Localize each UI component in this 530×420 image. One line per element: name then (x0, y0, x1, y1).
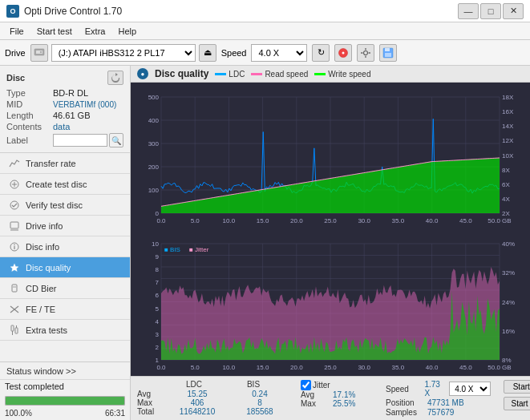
sidebar-item-transfer-rate[interactable]: Transfer rate (0, 153, 130, 174)
disc-header: Disc (6, 71, 123, 85)
legend-read-label: Read speed (265, 70, 308, 79)
legend-read-speed: Read speed (251, 70, 308, 79)
start-buttons: Start full Start part (504, 380, 530, 410)
sidebar-item-fe-te[interactable]: FE / TE (0, 299, 130, 320)
svg-rect-8 (361, 52, 363, 53)
stats-speed-select[interactable]: 4.0 X 1.0 X 2.0 X 8.0 X (449, 382, 491, 396)
charts-wrapper (131, 83, 530, 376)
progress-bar (5, 396, 125, 406)
disc-label-key: Label (6, 135, 53, 145)
drive-icon (30, 44, 48, 62)
speed-label: Speed (221, 48, 247, 58)
transfer-rate-icon (8, 157, 21, 170)
speed-select[interactable]: 4.0 X 1.0 X 2.0 X 8.0 X (251, 44, 307, 62)
settings-button[interactable] (357, 44, 374, 62)
svg-point-21 (14, 244, 15, 245)
legend-ldc-label: LDC (229, 70, 245, 79)
svg-rect-6 (366, 48, 366, 50)
avg-bis: 0.24 (232, 390, 288, 398)
disc-refresh-button[interactable] (107, 71, 123, 85)
stats-total-row: Total 11648210 185568 (137, 407, 288, 416)
total-ldc: 11648210 (169, 407, 225, 416)
disc-quality-icon (8, 261, 21, 274)
jitter-max-row: Max 25.5% (301, 399, 373, 408)
svg-rect-23 (12, 285, 17, 292)
eject-button[interactable]: ⏏ (199, 44, 216, 62)
status-window-button[interactable]: Status window >> (0, 362, 130, 380)
verify-test-disc-label: Verify test disc (26, 200, 83, 210)
legend-ldc-color (215, 73, 226, 75)
disc-section-title: Disc (6, 73, 25, 83)
sidebar-item-cd-bier[interactable]: CD Bier (0, 278, 130, 299)
jitter-section: Jitter Avg 17.1% Max 25.5% (301, 380, 373, 408)
verify-test-disc-icon (8, 199, 21, 212)
total-bis: 185568 (232, 407, 288, 416)
save-button[interactable] (379, 44, 397, 62)
jitter-label: Jitter (313, 381, 330, 390)
titlebar-controls: — □ ✕ (458, 3, 524, 19)
sidebar-item-disc-info[interactable]: Disc info (0, 236, 130, 257)
legend-write-label: Write speed (328, 70, 370, 79)
jitter-avg-label: Avg (301, 390, 326, 399)
progress-bar-fill (6, 397, 124, 405)
cd-bier-label: CD Bier (26, 284, 57, 293)
samples-key: Samples (386, 408, 424, 417)
bis-header: BIS (225, 380, 281, 389)
stats-avg-row: Avg 15.25 0.24 (137, 390, 288, 398)
menu-file[interactable]: File (3, 25, 30, 38)
jitter-checkbox[interactable] (301, 380, 311, 390)
drive-info-icon (8, 220, 21, 232)
svg-point-2 (39, 50, 41, 52)
chart-title: Disc quality (155, 68, 208, 79)
legend-write-color (314, 73, 326, 75)
start-part-button[interactable]: Start part (504, 397, 530, 410)
stats-max-row: Max 406 8 (137, 398, 288, 407)
menubar: File Start test Extra Help (0, 22, 530, 40)
max-bis: 8 (232, 398, 288, 407)
drive-select[interactable]: (J:) ATAPI iHBS312 2 PL17 (51, 44, 196, 62)
disc-type-key: Type (6, 88, 53, 98)
sidebar-item-extra-tests[interactable]: Extra tests (0, 320, 130, 341)
sidebar-item-disc-quality[interactable]: Disc quality (0, 257, 130, 278)
jitter-max-label: Max (301, 399, 326, 408)
menu-help[interactable]: Help (111, 25, 143, 38)
sidebar-item-drive-info[interactable]: Drive info (0, 216, 130, 236)
start-full-button[interactable]: Start full (504, 380, 530, 394)
titlebar: O Opti Drive Control 1.70 — □ ✕ (0, 0, 530, 22)
top-chart (131, 83, 530, 229)
svg-marker-22 (10, 264, 18, 272)
avg-ldc: 15.25 (169, 390, 225, 398)
avg-label: Avg (137, 390, 163, 398)
statusbar: Status window >> Test completed 100.0% 6… (0, 361, 130, 420)
jitter-header: Jitter (301, 380, 373, 390)
stats-empty (137, 380, 163, 389)
svg-rect-9 (369, 52, 371, 53)
maximize-button[interactable]: □ (480, 3, 501, 19)
sidebar-item-create-test-disc[interactable]: Create test disc (0, 174, 130, 195)
app-title: Opti Drive Control 1.70 (24, 6, 122, 17)
refresh-button[interactable]: ↻ (312, 44, 330, 62)
extra-tests-icon (8, 324, 21, 337)
disc-info-icon (8, 240, 21, 253)
disc-label-input[interactable] (53, 134, 107, 147)
stats-table: LDC BIS Avg 15.25 0.24 Max 406 8 Total (137, 380, 288, 416)
drivebar: Drive (J:) ATAPI iHBS312 2 PL17 ⏏ Speed … (0, 40, 530, 66)
disc-icon-button[interactable] (334, 44, 352, 62)
svg-point-16 (10, 201, 18, 209)
create-test-disc-label: Create test disc (26, 180, 87, 189)
speed-row: Speed 1.73 X 4.0 X 1.0 X 2.0 X 8.0 X (386, 380, 491, 398)
minimize-button[interactable]: — (458, 3, 479, 19)
label-search-button[interactable]: 🔍 (109, 133, 123, 147)
disc-label-row: Label 🔍 (6, 133, 123, 147)
sidebar-item-verify-test-disc[interactable]: Verify test disc (0, 195, 130, 216)
legend-read-color (251, 73, 262, 75)
menu-start-test[interactable]: Start test (30, 25, 79, 38)
transfer-rate-label: Transfer rate (26, 159, 76, 168)
jitter-max-val: 25.5% (333, 399, 355, 408)
menu-extra[interactable]: Extra (79, 25, 112, 38)
max-label: Max (137, 398, 163, 407)
disc-mid-key: MID (6, 99, 53, 109)
chart-header-icon: ● (137, 68, 148, 79)
close-button[interactable]: ✕ (503, 3, 524, 19)
stats-bar: LDC BIS Avg 15.25 0.24 Max 406 8 Total (131, 376, 530, 420)
